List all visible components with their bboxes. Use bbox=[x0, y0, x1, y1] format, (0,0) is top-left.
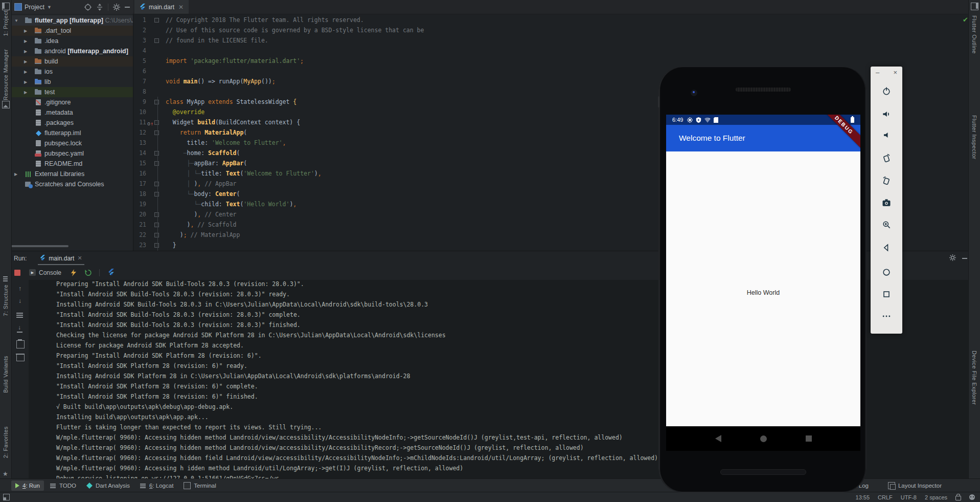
stop-button[interactable] bbox=[14, 270, 20, 276]
sidebar-tab-device-file-explorer[interactable]: Device File Explorer bbox=[969, 351, 980, 405]
emulator-back-button[interactable] bbox=[880, 242, 893, 254]
clear-console-icon[interactable] bbox=[16, 354, 25, 361]
run-tab-main-dart[interactable]: main.dart ✕ bbox=[38, 252, 84, 265]
settings-gear-icon[interactable] bbox=[113, 4, 120, 11]
emulator-home-button[interactable] bbox=[880, 266, 893, 278]
nav-back-button[interactable] bbox=[715, 435, 721, 442]
tree-item-readme-md[interactable]: README.md bbox=[11, 159, 133, 169]
emulator-volume-down-button[interactable] bbox=[880, 129, 893, 141]
hot-reload-icon[interactable] bbox=[69, 268, 79, 278]
console-tab[interactable]: ▶ Console bbox=[29, 269, 61, 276]
fold-marker-icon[interactable] bbox=[154, 18, 159, 23]
toolwindow-button-layout-inspector[interactable]: Layout Inspector bbox=[884, 480, 946, 491]
inspections-profile-icon[interactable] bbox=[969, 494, 975, 500]
scroll-to-end-icon[interactable] bbox=[16, 325, 24, 332]
tree-item-flutterapp-iml[interactable]: flutterapp.iml bbox=[11, 128, 133, 138]
tree-item-lib[interactable]: ▶lib bbox=[11, 77, 133, 87]
status-line-col[interactable]: 13:55 bbox=[856, 494, 870, 500]
down-stacktrace-icon[interactable]: ↓ bbox=[16, 297, 24, 304]
tree-item--metadata[interactable]: .metadata bbox=[11, 107, 133, 118]
emulator-zoom-button[interactable] bbox=[880, 219, 893, 231]
sidebar-tab-structure[interactable]: 7: Structure bbox=[0, 285, 11, 316]
emulator-minimize-button[interactable]: – bbox=[876, 69, 879, 76]
sidebar-tab-favorites[interactable]: 2: Favorites bbox=[0, 426, 11, 458]
tree-item-android[interactable]: ▶android [flutterapp_android] bbox=[11, 46, 133, 56]
expand-arrow-icon[interactable]: ▶ bbox=[24, 70, 27, 74]
fold-marker-icon[interactable] bbox=[154, 192, 159, 197]
tree-item-ios[interactable]: ▶ios bbox=[11, 67, 133, 77]
up-stacktrace-icon[interactable]: ↑ bbox=[16, 285, 24, 292]
status-line-ending[interactable]: CRLF bbox=[878, 494, 893, 500]
toolwindow-button-6-logcat[interactable]: 6: Logcat bbox=[136, 481, 177, 491]
sidebar-tab-flutter-inspector[interactable]: Flutter Inspector bbox=[969, 115, 980, 159]
fold-marker-icon[interactable] bbox=[154, 212, 159, 217]
soft-wrap-icon[interactable] bbox=[16, 312, 24, 319]
expand-arrow-icon[interactable]: ▶ bbox=[14, 172, 17, 177]
tree-item--gitignore[interactable]: .gitignore bbox=[11, 97, 133, 107]
editor-line-2[interactable]: 2// Use of this source code is governed … bbox=[133, 25, 971, 35]
expand-arrow-icon[interactable]: ▶ bbox=[24, 29, 27, 33]
status-encoding[interactable]: UTF-8 bbox=[901, 494, 917, 500]
tree-item--packages[interactable]: .packages bbox=[11, 118, 133, 128]
hot-restart-icon[interactable] bbox=[83, 268, 93, 278]
toolwindow-button-todo[interactable]: TODO bbox=[46, 481, 80, 491]
tree-item-scratches-and-consoles[interactable]: Scratches and Consoles bbox=[11, 179, 133, 189]
sidebar-tab-flutter-outline[interactable]: Flutter Outline bbox=[969, 15, 980, 54]
locate-file-icon[interactable] bbox=[84, 4, 92, 11]
tree-item-pubspec-yaml[interactable]: pubspec.yaml bbox=[11, 148, 133, 159]
editor-line-1[interactable]: 1// Copyright 2018 The Flutter team. All… bbox=[133, 15, 971, 25]
run-settings-gear-icon[interactable] bbox=[949, 254, 956, 263]
emulator-more-button[interactable] bbox=[880, 310, 893, 322]
status-indent[interactable]: 2 spaces bbox=[925, 494, 947, 500]
tree-item--idea[interactable]: ▶.idea bbox=[11, 36, 133, 46]
fold-marker-icon[interactable] bbox=[154, 182, 159, 186]
fold-marker-icon[interactable] bbox=[154, 223, 159, 227]
editor-line-3[interactable]: 3// found in the LICENSE file. bbox=[133, 35, 971, 46]
fold-marker-icon[interactable] bbox=[154, 151, 159, 156]
expand-arrow-icon[interactable]: ▶ bbox=[24, 49, 27, 54]
toolwindow-button-dart-analysis[interactable]: Dart Analysis bbox=[82, 481, 134, 491]
sidebar-tab-project[interactable]: 1: Project bbox=[0, 10, 11, 36]
collapse-all-icon[interactable] bbox=[96, 4, 103, 11]
tree-item-external-libraries[interactable]: ▶External Libraries bbox=[11, 169, 133, 179]
tree-item--dart-tool[interactable]: ▶.dart_tool bbox=[11, 26, 133, 36]
emulator-power-button[interactable] bbox=[880, 85, 893, 97]
tree-item-build[interactable]: ▶build bbox=[11, 56, 133, 67]
nav-home-button[interactable] bbox=[760, 435, 767, 442]
horizontal-scrollbar[interactable] bbox=[11, 245, 69, 247]
fold-marker-icon[interactable] bbox=[154, 120, 159, 125]
expand-arrow-icon[interactable]: ▶ bbox=[24, 59, 27, 64]
editor-line-5[interactable]: 5import 'package:flutter/material.dart'; bbox=[133, 56, 971, 66]
editor-tab-main-dart[interactable]: main.dart ✕ bbox=[134, 0, 189, 14]
fold-marker-icon[interactable] bbox=[154, 130, 159, 135]
collapse-arrow-icon[interactable]: ▼ bbox=[14, 18, 18, 23]
close-tab-icon[interactable]: ✕ bbox=[77, 255, 82, 261]
toolwindow-button-4-run[interactable]: 4: Run bbox=[11, 481, 44, 491]
emulator-rotate-left-button[interactable] bbox=[880, 152, 893, 164]
android-emulator-device[interactable]: 6:49 ? Welcome to Flutter Hello World bbox=[658, 67, 867, 492]
emulator-screenshot-button[interactable] bbox=[880, 197, 893, 209]
nav-overview-button[interactable] bbox=[806, 435, 812, 442]
emulator-overview-button[interactable] bbox=[880, 288, 893, 300]
print-icon[interactable] bbox=[16, 340, 25, 348]
hide-panel-icon[interactable] bbox=[125, 7, 130, 8]
fold-marker-icon[interactable] bbox=[154, 38, 159, 43]
expand-arrow-icon[interactable]: ▶ bbox=[24, 90, 27, 95]
emulator-screen[interactable]: 6:49 ? Welcome to Flutter Hello World bbox=[666, 115, 860, 451]
toolwindow-toggle-icon[interactable] bbox=[3, 494, 10, 500]
close-tab-icon[interactable]: ✕ bbox=[178, 4, 184, 11]
project-view-selector[interactable]: Project ▼ bbox=[14, 3, 52, 11]
inspection-ok-icon[interactable]: ✔ bbox=[963, 16, 968, 24]
toolwindow-button-terminal[interactable]: Terminal bbox=[179, 480, 220, 491]
editor-line-4[interactable]: 4 bbox=[133, 46, 971, 56]
sidebar-tab-resource-manager[interactable]: Resource Manager bbox=[0, 49, 11, 100]
fold-marker-icon[interactable] bbox=[154, 100, 159, 104]
hide-run-panel-icon[interactable] bbox=[962, 258, 967, 259]
fold-marker-icon[interactable] bbox=[154, 243, 159, 248]
flutter-attach-icon[interactable] bbox=[106, 268, 116, 278]
expand-arrow-icon[interactable]: ▶ bbox=[24, 80, 27, 84]
sidebar-tab-build-variants[interactable]: Build Variants bbox=[0, 356, 11, 393]
emulator-close-button[interactable]: × bbox=[893, 69, 897, 76]
fold-marker-icon[interactable] bbox=[154, 233, 159, 237]
emulator-rotate-right-button[interactable] bbox=[880, 174, 893, 187]
